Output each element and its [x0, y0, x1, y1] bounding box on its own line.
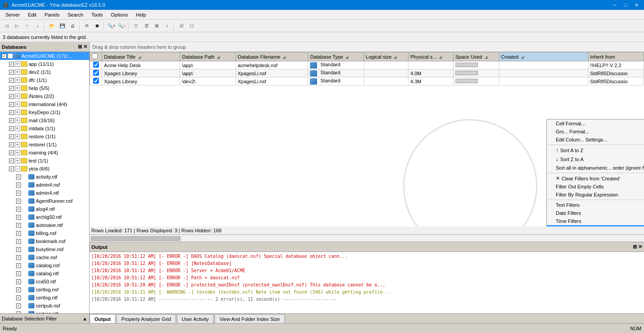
exp-dfc[interactable]: +: [15, 77, 20, 83]
ctx-filter-empty[interactable]: Filter Out Empty Cells Ctrl+Q: [547, 183, 644, 191]
sidebar-item-cca50[interactable]: cca50.ntf: [0, 278, 89, 286]
sidebar-item-dev2[interactable]: + dev2 (1/1): [0, 68, 89, 76]
exp-inotes[interactable]: +: [15, 94, 20, 99]
horizontal-scrollbar[interactable]: [90, 235, 644, 242]
tb-btn-print[interactable]: 🖨: [68, 21, 77, 31]
cb-autosave[interactable]: [16, 223, 21, 228]
sidebar-item-bookmark[interactable]: bookmark.nsf: [0, 237, 89, 245]
sidebar-item-test[interactable]: + test (1/1): [0, 157, 89, 165]
server-expand[interactable]: −: [8, 53, 13, 59]
cb-agentrunner[interactable]: [16, 199, 21, 204]
sidebar-item-certreq[interactable]: certreq.ntf: [0, 310, 89, 313]
col-header-path[interactable]: Database Path ⊿: [180, 52, 236, 61]
tb-btn-2[interactable]: ▷: [12, 21, 22, 31]
ctx-sort-az[interactable]: ↑Sort A to Z: [547, 146, 644, 155]
sidebar-item-app[interactable]: + app (11/11): [0, 60, 89, 68]
exp-restorel[interactable]: +: [15, 142, 20, 147]
col-header-cb[interactable]: [90, 52, 102, 61]
ctx-cutoff-filters[interactable]: Cutoff-Date/Time Filters ▶: [547, 225, 644, 226]
cb-international[interactable]: [9, 102, 14, 107]
tb-btn-sort[interactable]: ↕: [162, 21, 172, 31]
sidebar-item-server[interactable]: − Acme01/ACME (171/...: [0, 52, 89, 60]
cb-roaming[interactable]: [9, 150, 14, 155]
sidebar-item-restorel[interactable]: + restorel (1/1): [0, 141, 89, 149]
tb-btn-select-all[interactable]: ☑: [176, 21, 186, 31]
ctx-filter-regex[interactable]: Filter By Regular Expression Ctrl+Y: [547, 191, 644, 199]
cb-mail[interactable]: [9, 118, 14, 123]
sidebar-item-international[interactable]: + international (4/4): [0, 100, 89, 108]
sidebar-item-catalognsf[interactable]: catalog.nsf: [0, 261, 89, 269]
ctx-clear-filters[interactable]: ✕Clear Filters from 'Created' Ctrl+Shift…: [547, 174, 644, 183]
maximize-button[interactable]: □: [621, 1, 631, 9]
sidebar-bottom-arrow[interactable]: ▲: [82, 316, 87, 321]
cb-restore[interactable]: [9, 134, 14, 139]
table-row[interactable]: Acme Help Desk \app\ acmehelpdesk.nsf St…: [90, 61, 644, 69]
sidebar-tree[interactable]: − Acme01/ACME (171/... + app (11/11) + d…: [0, 52, 89, 313]
col-header-spaceused[interactable]: Space Used ⊿: [453, 52, 499, 61]
sidebar-item-keydepo[interactable]: + KeyDepo (1/1): [0, 108, 89, 116]
menu-tools[interactable]: Tools: [88, 11, 107, 18]
tb-btn-refresh[interactable]: ⟳: [82, 21, 92, 31]
hscroll-thumb[interactable]: [91, 236, 180, 241]
close-button[interactable]: ✕: [631, 1, 641, 9]
exp-app[interactable]: +: [15, 61, 20, 67]
tb-btn-filter[interactable]: ▽: [131, 21, 141, 31]
cb-admin4ntf[interactable]: [16, 191, 21, 196]
sidebar-item-certlognsf[interactable]: certlog.nsf: [0, 286, 89, 294]
sidebar-item-roaming[interactable]: + roaming (4/4): [0, 149, 89, 157]
menu-panels[interactable]: Panels: [41, 11, 63, 18]
tab-output[interactable]: Output: [90, 314, 116, 323]
cb-keydepo[interactable]: [9, 110, 14, 115]
menu-help[interactable]: Help: [132, 11, 150, 18]
sidebar-item-agentrunner[interactable]: AgentRunner.nsf: [0, 197, 89, 205]
minimize-button[interactable]: ─: [610, 1, 620, 9]
cb-catalognsf[interactable]: [16, 263, 21, 268]
cb-billing[interactable]: [16, 231, 21, 236]
menu-search[interactable]: Search: [64, 11, 87, 18]
row1-cb[interactable]: [90, 61, 102, 69]
exp-restore[interactable]: +: [15, 134, 20, 139]
sidebar-item-ytria[interactable]: − ytria (6/6): [0, 165, 89, 173]
sidebar-item-cache[interactable]: cache.nsf: [0, 253, 89, 261]
tb-btn-col[interactable]: ☰: [142, 21, 151, 31]
cb-bookmark[interactable]: [16, 239, 21, 244]
exp-international[interactable]: +: [15, 102, 20, 107]
row3-cb[interactable]: [90, 77, 102, 85]
sidebar-item-inotes[interactable]: + iNotes (2/2): [0, 92, 89, 100]
cb-activity[interactable]: [16, 175, 21, 179]
tab-view-folder[interactable]: View And Folder Index Size: [215, 314, 284, 323]
cb-busytime[interactable]: [16, 247, 21, 252]
col-header-title[interactable]: Database Title ⊿: [102, 52, 180, 61]
col-header-filename[interactable]: Database Filename ⊿: [236, 52, 308, 61]
tb-btn-zoom-out[interactable]: 🔍−: [117, 21, 127, 31]
sidebar-item-admin4ntf[interactable]: admin4.ntf: [0, 189, 89, 197]
tab-user-activity[interactable]: User Activity: [177, 314, 214, 323]
cb-mtdata[interactable]: [9, 126, 14, 131]
exp-mtdata[interactable]: +: [15, 126, 20, 131]
tb-btn-open[interactable]: 📂: [47, 21, 57, 31]
tb-btn-stop[interactable]: ⏹: [92, 21, 102, 31]
cb-dfc[interactable]: [9, 78, 14, 83]
col-header-inherit[interactable]: Inherit from: [588, 52, 644, 61]
sidebar-item-mtdata[interactable]: + mtdata (1/1): [0, 124, 89, 132]
ctx-date-filters[interactable]: Date Filters ▶: [547, 209, 644, 217]
sidebar-item-mail[interactable]: + mail (16/16): [0, 116, 89, 124]
col-header-created[interactable]: Created ⊿: [499, 52, 588, 61]
sidebar-item-autosave[interactable]: autosave.ntf: [0, 221, 89, 229]
col-header-logical[interactable]: Logical size ⊿: [364, 52, 408, 61]
sidebar-item-certlogntf[interactable]: certlog.ntf: [0, 294, 89, 302]
cb-certlogntf[interactable]: [16, 295, 21, 300]
sidebar-item-admin4nsf[interactable]: admin4.nsf: [0, 181, 89, 189]
ctx-time-filters[interactable]: Time Filters ▶: [547, 217, 644, 225]
cb-catalogntf[interactable]: [16, 271, 21, 276]
ctx-group-format[interactable]: Gro... Format...: [547, 128, 644, 136]
tb-btn-save[interactable]: 💾: [57, 21, 67, 31]
cb-test[interactable]: [9, 158, 14, 163]
sidebar-item-alog4[interactable]: alog4.ntf: [0, 205, 89, 213]
tb-btn-1[interactable]: ◁: [2, 21, 12, 31]
exp-dev2[interactable]: +: [15, 69, 20, 75]
exp-roaming[interactable]: +: [15, 150, 20, 155]
exp-ytria[interactable]: −: [15, 166, 20, 171]
cb-certlognsf[interactable]: [16, 287, 21, 292]
cb-restorel[interactable]: [9, 142, 14, 147]
